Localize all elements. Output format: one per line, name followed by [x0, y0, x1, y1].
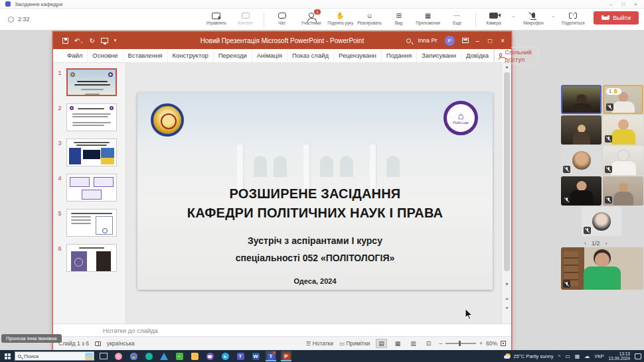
- tab-file[interactable]: Файл: [62, 49, 88, 62]
- leave-button[interactable]: Выйти: [594, 11, 639, 25]
- raise-hand-button[interactable]: ✋ Поднять руку: [329, 11, 352, 25]
- zoom-in-button[interactable]: +: [479, 340, 483, 347]
- page-previous-icon[interactable]: ‹: [584, 240, 586, 247]
- tab-animations[interactable]: Анімація: [252, 49, 287, 62]
- slide-thumbnail-5[interactable]: [66, 209, 117, 237]
- onedrive-icon[interactable]: ☁: [584, 353, 590, 359]
- view-button[interactable]: ⊞ Вид: [388, 11, 410, 25]
- app-viber[interactable]: ☎: [204, 351, 215, 361]
- microphone-button[interactable]: Микрофон: [522, 11, 544, 25]
- scroll-up-icon[interactable]: ▲: [502, 64, 512, 69]
- taskbar-search[interactable]: Поиск: [15, 351, 94, 361]
- participant-tile-1[interactable]: [561, 85, 602, 114]
- taskbar-clock[interactable]: 13:13 13.09.2024: [608, 351, 630, 361]
- app-teams[interactable]: T: [235, 351, 246, 361]
- slide-1[interactable]: ⌂ Polito Law РОЗШИРЕНЕ ЗАСІДАННЯ КАФЕДРИ…: [137, 93, 493, 290]
- save-icon[interactable]: [62, 38, 68, 44]
- slideshow-view-button[interactable]: ⊡: [424, 339, 434, 347]
- teams-minimize-button[interactable]: –: [609, 1, 612, 7]
- notes-toggle[interactable]: ☰ Нотатки: [306, 340, 333, 347]
- tab-insert[interactable]: Вставлення: [123, 49, 168, 62]
- tab-view[interactable]: Подання: [382, 49, 417, 62]
- app-word[interactable]: W: [250, 351, 261, 361]
- comments-toggle[interactable]: ▭ Примітки: [339, 340, 370, 347]
- redo-button[interactable]: ↻: [89, 37, 94, 44]
- participant-tile-5[interactable]: [561, 146, 602, 175]
- undo-button[interactable]: ↶⌄: [74, 37, 83, 44]
- app-wechat[interactable]: ··: [174, 351, 185, 361]
- scroll-down-icon[interactable]: ▼: [502, 282, 512, 286]
- customize-qat-button[interactable]: ▾: [114, 38, 117, 43]
- normal-view-button[interactable]: ▤: [376, 339, 387, 348]
- participant-tile-3[interactable]: [561, 115, 602, 145]
- tab-help[interactable]: Довідка: [461, 49, 494, 62]
- network-icon[interactable]: ▦: [575, 353, 580, 359]
- zoom-out-button[interactable]: –: [439, 340, 442, 347]
- weather-widget[interactable]: 25°C Partly sunny: [505, 353, 553, 359]
- slide-thumbnail-2[interactable]: [66, 103, 117, 131]
- task-view-button[interactable]: [100, 353, 108, 359]
- teams-maximize-button[interactable]: □: [621, 1, 625, 7]
- app-telegram[interactable]: ➤: [220, 351, 230, 361]
- app-powerpoint[interactable]: P: [281, 351, 291, 361]
- camera-dropdown[interactable]: ⌄: [512, 13, 516, 19]
- app-photos[interactable]: [113, 351, 123, 361]
- zoom-slider[interactable]: [445, 343, 476, 344]
- vertical-scrollbar[interactable]: ▲ ▼ ⏶ ⏷: [501, 63, 511, 324]
- tab-review[interactable]: Рецензуванн: [334, 49, 382, 62]
- more-button[interactable]: ⋯ Еще: [446, 11, 469, 25]
- slide-thumbnail-1[interactable]: [66, 68, 117, 96]
- slide-thumbnail-3[interactable]: [66, 139, 117, 166]
- share-button[interactable]: Поделиться: [562, 11, 584, 25]
- touch-keyboard-icon[interactable]: ▭: [565, 353, 570, 359]
- tab-recording[interactable]: Записуванн: [417, 49, 461, 62]
- zoom-slider-thumb[interactable]: [459, 341, 461, 346]
- action-center-icon[interactable]: [635, 353, 641, 359]
- language-indicator[interactable]: українська: [107, 340, 135, 347]
- start-slideshow-icon[interactable]: [101, 38, 108, 43]
- tab-design[interactable]: Конструктор: [168, 49, 214, 62]
- zoom-level[interactable]: 60%: [486, 340, 497, 347]
- participant-tile-9[interactable]: [582, 207, 621, 236]
- fit-to-window-icon[interactable]: [501, 341, 506, 346]
- apps-button[interactable]: ▦ Приложения: [417, 11, 440, 25]
- ppt-minimize-button[interactable]: –: [476, 37, 480, 44]
- tab-home[interactable]: Основне: [88, 49, 123, 62]
- content-button[interactable]: Контент: [234, 11, 257, 25]
- participant-tile-4[interactable]: [603, 115, 643, 145]
- search-icon[interactable]: [406, 38, 411, 43]
- microphone-dropdown[interactable]: ⌄: [551, 13, 555, 19]
- participant-tile-6[interactable]: [603, 146, 643, 175]
- share-access-button[interactable]: Спільний доступ: [494, 47, 538, 64]
- scrollbar-thumb[interactable]: [504, 72, 510, 271]
- participant-tile-2[interactable]: 1✋: [603, 85, 643, 114]
- teams-close-button[interactable]: ×: [634, 1, 637, 7]
- page-next-icon[interactable]: ›: [605, 240, 607, 247]
- participants-button[interactable]: 1 Участники: [300, 11, 323, 25]
- previous-slide-button[interactable]: ⏶: [502, 296, 512, 302]
- tab-transitions[interactable]: Переходи: [214, 49, 252, 62]
- participant-tile-7[interactable]: [561, 176, 602, 206]
- app-opera[interactable]: [143, 351, 154, 361]
- account-avatar[interactable]: P: [445, 36, 455, 46]
- reading-view-button[interactable]: ▥: [408, 339, 418, 347]
- self-view-tile[interactable]: [561, 247, 643, 290]
- app-mail[interactable]: [159, 351, 169, 361]
- react-button[interactable]: ☺ Реагировать: [359, 11, 381, 25]
- chat-button[interactable]: Чат: [271, 11, 293, 25]
- ribbon-display-options-icon[interactable]: [462, 38, 469, 43]
- participant-tile-8[interactable]: [603, 176, 643, 206]
- slide-sorter-view-button[interactable]: ▦: [393, 339, 403, 347]
- ppt-maximize-button[interactable]: □: [488, 37, 492, 44]
- tab-slideshow[interactable]: Показ слайд: [287, 49, 334, 62]
- language-switcher[interactable]: УКР: [594, 353, 604, 359]
- notes-pane[interactable]: Нотатки до слайда: [53, 324, 511, 336]
- app-chrome[interactable]: [128, 351, 139, 361]
- ppt-close-button[interactable]: ×: [501, 37, 505, 44]
- proofing-icon[interactable]: [95, 341, 101, 346]
- slide-thumbnail-4[interactable]: [66, 174, 117, 202]
- manage-button[interactable]: Управлять: [205, 11, 228, 25]
- app-file-explorer[interactable]: [189, 351, 200, 361]
- start-button[interactable]: [0, 350, 15, 362]
- camera-button[interactable]: Камера: [483, 11, 505, 25]
